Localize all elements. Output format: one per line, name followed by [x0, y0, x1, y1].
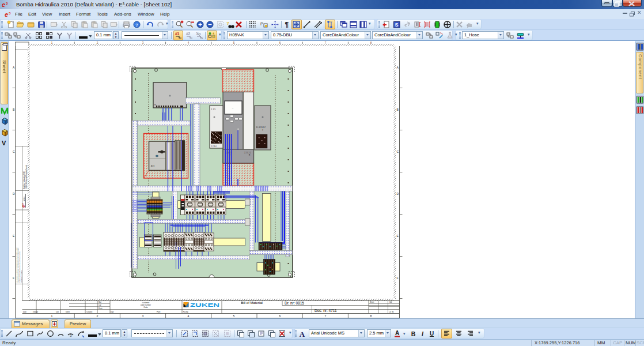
svg-text:e³: e³: [21, 204, 26, 208]
svg-text:B: B: [13, 108, 15, 111]
svg-text:21 Sh.: 21 Sh.: [389, 311, 394, 313]
svg-text:Dr. nr: 0815: Dr. nr: 0815: [285, 301, 304, 305]
svg-text:7: 7: [325, 42, 327, 44]
svg-text:A: A: [13, 66, 15, 69]
svg-text:2: 2: [97, 42, 99, 44]
svg-text:3: 3: [6, 2, 8, 5]
svg-text:C: C: [13, 150, 15, 153]
svg-text:g: g: [154, 103, 156, 106]
svg-text:Order: Order: [143, 306, 148, 309]
svg-text:Doc. nr: 4711: Doc. nr: 4711: [315, 309, 337, 313]
svg-text:F: F: [397, 276, 399, 280]
svg-text:2 2 5 2 2: 2 2 5 2 2: [244, 152, 251, 154]
svg-text:102: 102: [389, 301, 392, 303]
svg-text:D: D: [397, 192, 399, 195]
svg-text:3: 3: [70, 334, 72, 337]
svg-text:change: change: [33, 311, 39, 313]
svg-text:e: e: [5, 11, 8, 18]
svg-text:3: 3: [9, 12, 11, 15]
svg-text:e: e: [2, 1, 5, 8]
svg-text:name: name: [66, 311, 70, 313]
svg-text:Mat:: Mat:: [99, 301, 102, 303]
svg-text:8: 8: [370, 314, 372, 318]
svg-text:#1: #1: [175, 32, 180, 36]
svg-text:4: 4: [188, 42, 190, 44]
svg-text:Bomba Hidraulica 2010: Bomba Hidraulica 2010: [23, 171, 25, 189]
svg-text:Lay:: Lay:: [99, 304, 102, 306]
svg-text:size: size: [56, 311, 59, 313]
svg-text:?: ?: [226, 21, 229, 26]
svg-text:?: ?: [135, 22, 138, 28]
svg-text:Date: Date: [23, 311, 26, 313]
svg-text:¶: ¶: [285, 21, 289, 29]
svg-text:Bill of Material: Bill of Material: [241, 301, 263, 304]
svg-text:B: B: [411, 330, 416, 337]
svg-text:8: 8: [370, 42, 372, 44]
svg-text:series: series: [23, 196, 25, 201]
svg-text:B: B: [397, 108, 399, 111]
svg-text:Facility: Facility: [183, 311, 188, 313]
svg-text:5: 5: [233, 42, 235, 44]
svg-text:U: U: [430, 330, 434, 337]
svg-text:2: 2: [97, 314, 99, 318]
svg-text:Plant: Plant: [157, 311, 161, 313]
svg-text:5: 5: [233, 314, 235, 318]
svg-text:6: 6: [279, 42, 281, 44]
svg-text:S: S: [395, 22, 398, 28]
svg-text:1 1 5: 1 1 5: [211, 108, 216, 111]
svg-text:10V07.00/Zuken/all/Projekte/Ex: 10V07.00/Zuken/all/Projekte/Exampl: [25, 165, 28, 189]
svg-text:6: 6: [279, 314, 281, 318]
svg-text:A: A: [397, 66, 399, 69]
svg-text:Dig#: Dig#: [111, 311, 114, 313]
svg-text:F: F: [13, 276, 14, 280]
svg-text:D: D: [13, 192, 15, 195]
svg-text:3: 3: [142, 42, 144, 44]
svg-text:7: 7: [325, 314, 327, 318]
svg-text:E: E: [13, 234, 15, 238]
svg-text:A: A: [395, 330, 399, 336]
svg-text:Created: Created: [86, 311, 92, 313]
svg-text:ACS: ACS: [151, 165, 154, 167]
svg-text:ZUKEN: ZUKEN: [190, 302, 219, 308]
svg-text:I: I: [422, 330, 424, 337]
svg-text:1: 1: [51, 42, 53, 44]
svg-text:4: 4: [188, 314, 190, 318]
svg-text:3: 3: [142, 314, 144, 318]
svg-text:P: P: [260, 22, 263, 26]
svg-text:E: E: [397, 234, 399, 238]
svg-text:1: 1: [51, 314, 53, 318]
svg-text:S L W N F Z: S L W N F Z: [256, 126, 266, 129]
svg-text:Posit:: Posit:: [99, 307, 103, 310]
svg-text:forbidden. © Zuken: forbidden. © Zuken: [21, 270, 22, 283]
svg-text:#n: #n: [196, 32, 201, 36]
svg-text:#2: #2: [186, 32, 191, 36]
svg-text:1 2 3 4: 1 2 3 4: [211, 145, 217, 148]
svg-text:Sheet: Sheet: [370, 301, 374, 303]
svg-text:C: C: [397, 150, 399, 153]
svg-text:A: A: [300, 330, 305, 339]
